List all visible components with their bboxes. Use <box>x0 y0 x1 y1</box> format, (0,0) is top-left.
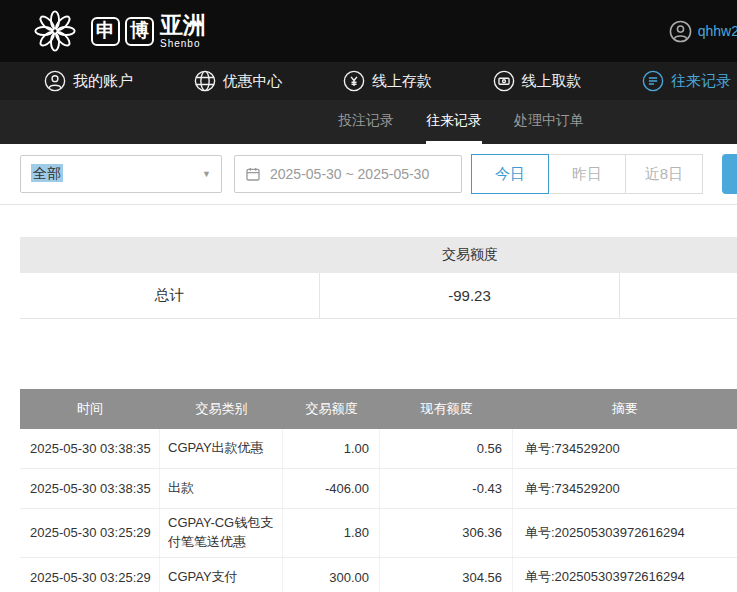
tab-processing-orders[interactable]: 处理中订单 <box>514 100 584 144</box>
today-button[interactable]: 今日 <box>471 154 549 194</box>
flower-logo-icon <box>32 8 78 54</box>
summary-header-amount: 交易额度 <box>320 246 620 264</box>
table-row: 2025-05-30 03:38:35 出款 -406.00 -0.43 单号:… <box>20 469 737 509</box>
brand-logo[interactable]: 申 博 亚洲 Shenbo <box>32 8 206 54</box>
cell-amount: -406.00 <box>283 469 380 508</box>
nav-item-label: 优惠中心 <box>223 72 283 91</box>
nav-item-withdraw[interactable]: 线上取款 <box>493 70 582 92</box>
cell-type: CGPAY出款优惠 <box>160 429 283 468</box>
records-icon <box>642 70 664 92</box>
main-nav: 我的账户 优惠中心 线上存款 <box>0 62 737 100</box>
brand-char-shen: 申 <box>91 17 120 46</box>
cell-balance: -0.43 <box>380 469 513 508</box>
nav-item-records[interactable]: 往来记录 <box>642 70 731 92</box>
withdraw-icon <box>493 70 515 92</box>
chevron-down-icon: ▼ <box>202 169 211 179</box>
cell-balance: 0.56 <box>380 429 513 468</box>
summary-total-value: -99.23 <box>320 273 620 319</box>
summary-table-header: 交易额度 <box>20 237 737 273</box>
nav-item-my-account[interactable]: 我的账户 <box>44 70 133 92</box>
cell-amount: 300.00 <box>283 558 380 592</box>
table-row: 2025-05-30 03:25:29 CGPAY支付 300.00 304.5… <box>20 558 737 592</box>
records-table: 时间 交易类别 交易额度 现有额度 摘要 2025-05-30 03:38:35… <box>20 389 737 592</box>
search-button[interactable] <box>722 154 737 194</box>
cell-balance: 304.56 <box>380 558 513 592</box>
cell-time: 2025-05-30 03:25:29 <box>20 558 160 592</box>
cell-summary: 单号:734529200 <box>513 469 737 508</box>
dropdown-selected-value: 全部 <box>31 164 63 182</box>
nav-item-label: 往来记录 <box>671 72 731 91</box>
date-range-value: 2025-05-30 ~ 2025-05-30 <box>270 166 429 182</box>
cell-type: 出款 <box>160 469 283 508</box>
cell-amount: 1.00 <box>283 429 380 468</box>
table-row: 2025-05-30 03:25:29 CGPAY-CG钱包支付笔笔送优惠 1.… <box>20 509 737 558</box>
top-header: 申 博 亚洲 Shenbo qhhw2 <box>0 0 737 62</box>
account-icon <box>44 70 66 92</box>
cell-summary: 单号:202505303972616294 <box>513 558 737 592</box>
col-header-summary: 摘要 <box>513 389 737 429</box>
cell-summary: 单号:202505303972616294 <box>513 509 737 557</box>
filter-bar: 全部 ▼ 2025-05-30 ~ 2025-05-30 今日 昨日 近8日 <box>0 144 737 205</box>
tab-betting-records[interactable]: 投注记录 <box>338 100 394 144</box>
nav-item-label: 线上存款 <box>372 72 432 91</box>
brand-region-sub: Shenbo <box>160 39 206 49</box>
summary-total-row: 总计 -99.23 <box>20 273 737 319</box>
tab-transaction-records[interactable]: 往来记录 <box>426 100 482 144</box>
brand-char-bo: 博 <box>125 17 154 46</box>
col-header-time: 时间 <box>20 389 160 429</box>
brand-region: 亚洲 Shenbo <box>160 14 206 49</box>
summary-total-label: 总计 <box>20 273 320 319</box>
promo-icon <box>194 70 216 92</box>
table-row: 2025-05-30 03:38:35 CGPAY出款优惠 1.00 0.56 … <box>20 429 737 469</box>
calendar-icon <box>245 166 261 182</box>
cell-time: 2025-05-30 03:38:35 <box>20 469 160 508</box>
cell-summary: 单号:734529200 <box>513 429 737 468</box>
deposit-icon <box>343 70 365 92</box>
nav-item-label: 线上取款 <box>522 72 582 91</box>
user-account[interactable]: qhhw2 <box>669 20 737 43</box>
records-table-header: 时间 交易类别 交易额度 现有额度 摘要 <box>20 389 737 429</box>
nav-item-promotions[interactable]: 优惠中心 <box>194 70 283 92</box>
cell-time: 2025-05-30 03:38:35 <box>20 429 160 468</box>
yesterday-button[interactable]: 昨日 <box>548 154 626 194</box>
cell-balance: 306.36 <box>380 509 513 557</box>
col-header-amount: 交易额度 <box>283 389 380 429</box>
nav-item-deposit[interactable]: 线上存款 <box>343 70 432 92</box>
records-subnav: 投注记录 往来记录 处理中订单 <box>0 100 737 144</box>
date-range-input[interactable]: 2025-05-30 ~ 2025-05-30 <box>234 155 462 193</box>
page: 申 博 亚洲 Shenbo qhhw2 <box>0 0 737 592</box>
cell-amount: 1.80 <box>283 509 380 557</box>
cell-time: 2025-05-30 03:25:29 <box>20 509 160 557</box>
summary-empty-cell <box>620 273 737 319</box>
col-header-type: 交易类别 <box>160 389 283 429</box>
summary-table: 交易额度 总计 -99.23 <box>20 237 737 319</box>
category-dropdown[interactable]: 全部 ▼ <box>20 155 222 193</box>
brand-region-main: 亚洲 <box>160 14 206 37</box>
col-header-balance: 现有额度 <box>380 389 513 429</box>
nav-item-label: 我的账户 <box>73 72 133 91</box>
username: qhhw2 <box>698 23 737 39</box>
cell-type: CGPAY支付 <box>160 558 283 592</box>
cell-type: CGPAY-CG钱包支付笔笔送优惠 <box>160 509 283 557</box>
user-icon <box>669 20 692 43</box>
quick-date-buttons: 今日 昨日 近8日 <box>472 154 703 194</box>
last-8-days-button[interactable]: 近8日 <box>625 154 703 194</box>
